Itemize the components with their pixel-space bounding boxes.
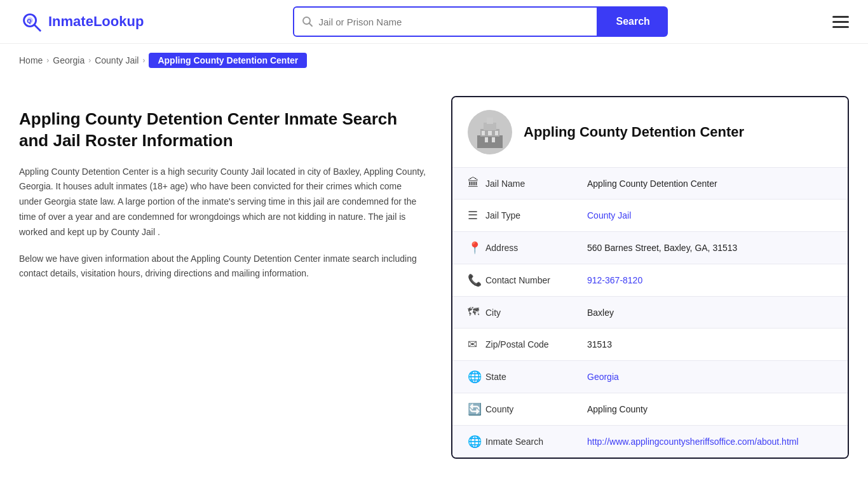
city-icon: 🗺 xyxy=(468,306,485,319)
card-title: Appling County Detention Center xyxy=(524,124,744,140)
svg-rect-10 xyxy=(487,118,493,124)
card-header: Appling County Detention Center xyxy=(452,97,848,168)
row-value: 560 Barnes Street, Baxley, GA, 31513 xyxy=(587,243,832,253)
main-content: Appling County Detention Center Inmate S… xyxy=(0,77,868,478)
row-value[interactable]: http://www.applingcountysheriffsoffice.c… xyxy=(587,437,832,447)
row-label: County xyxy=(485,404,587,414)
search-button[interactable]: Search xyxy=(598,6,667,37)
logo[interactable]: Q InmateLookup xyxy=(19,10,144,34)
logo-icon: Q xyxy=(19,10,43,34)
row-value[interactable]: 912-367-8120 xyxy=(587,275,832,285)
table-row: 🗺CityBaxley xyxy=(452,297,848,329)
svg-line-1 xyxy=(34,25,41,31)
table-row: ✉Zip/Postal Code31513 xyxy=(452,329,848,361)
menu-line-1 xyxy=(832,16,849,18)
svg-line-5 xyxy=(309,24,313,27)
row-label: Contact Number xyxy=(485,275,587,285)
inmate-icon: 🌐 xyxy=(468,435,485,449)
breadcrumb-county-jail[interactable]: County Jail xyxy=(95,55,139,65)
row-label: Zip/Postal Code xyxy=(485,339,587,349)
phone-icon: 📞 xyxy=(468,273,485,287)
row-value[interactable]: County Jail xyxy=(587,210,832,220)
info-rows: 🏛Jail NameAppling County Detention Cente… xyxy=(452,168,848,458)
logo-text: InmateLookup xyxy=(48,13,144,30)
row-link[interactable]: Georgia xyxy=(587,372,619,382)
row-value: 31513 xyxy=(587,339,832,349)
building-svg xyxy=(468,110,512,154)
search-wrapper xyxy=(293,6,598,37)
description-1: Appling County Detention Center is a hig… xyxy=(19,165,426,240)
breadcrumb: Home › Georgia › County Jail › Appling C… xyxy=(0,44,868,77)
info-card: Appling County Detention Center 🏛Jail Na… xyxy=(451,96,849,459)
svg-rect-14 xyxy=(485,137,488,142)
row-label: Inmate Search xyxy=(485,437,587,447)
type-icon: ☰ xyxy=(468,208,485,222)
breadcrumb-home[interactable]: Home xyxy=(19,55,43,65)
address-icon: 📍 xyxy=(468,241,485,255)
breadcrumb-sep-3: › xyxy=(142,56,145,65)
table-row: 🌐Inmate Searchhttp://www.applingcountysh… xyxy=(452,426,848,458)
search-input[interactable] xyxy=(318,17,589,27)
row-value[interactable]: Georgia xyxy=(587,372,832,382)
table-row: 📍Address560 Barnes Street, Baxley, GA, 3… xyxy=(452,232,848,264)
table-row: 🔄CountyAppling County xyxy=(452,393,848,426)
row-value: Baxley xyxy=(587,308,832,318)
breadcrumb-georgia[interactable]: Georgia xyxy=(53,55,85,65)
table-row: 🌐StateGeorgia xyxy=(452,361,848,393)
right-column: Appling County Detention Center 🏛Jail Na… xyxy=(451,96,849,459)
search-area: Search xyxy=(293,6,667,37)
left-column: Appling County Detention Center Inmate S… xyxy=(19,96,426,459)
row-label: Address xyxy=(485,243,587,253)
row-label: Jail Name xyxy=(485,179,587,189)
svg-rect-7 xyxy=(477,135,503,148)
svg-rect-13 xyxy=(495,131,498,135)
row-value: Appling County Detention Center xyxy=(587,179,832,189)
row-label: City xyxy=(485,308,587,318)
svg-rect-15 xyxy=(492,137,495,142)
breadcrumb-sep-2: › xyxy=(88,56,91,65)
svg-text:Q: Q xyxy=(27,17,31,24)
row-link[interactable]: County Jail xyxy=(587,210,631,220)
table-row: 🏛Jail NameAppling County Detention Cente… xyxy=(452,168,848,200)
state-icon: 🌐 xyxy=(468,370,485,384)
svg-rect-11 xyxy=(482,131,485,135)
row-label: State xyxy=(485,372,587,382)
facility-image xyxy=(468,110,512,154)
row-label: Jail Type xyxy=(485,210,587,220)
table-row: ☰Jail TypeCounty Jail xyxy=(452,200,848,232)
row-value: Appling County xyxy=(587,404,832,414)
menu-line-2 xyxy=(832,21,849,23)
search-icon xyxy=(302,16,313,27)
row-link[interactable]: http://www.applingcountysheriffsoffice.c… xyxy=(587,437,799,447)
header: Q InmateLookup Search xyxy=(0,0,868,44)
breadcrumb-current: Appling County Detention Center xyxy=(149,53,307,68)
row-link[interactable]: 912-367-8120 xyxy=(587,275,642,285)
county-icon: 🔄 xyxy=(468,402,485,416)
description-2: Below we have given information about th… xyxy=(19,252,426,282)
menu-line-3 xyxy=(832,26,849,28)
page-title: Appling County Detention Center Inmate S… xyxy=(19,109,426,152)
breadcrumb-sep-1: › xyxy=(46,56,49,65)
menu-button[interactable] xyxy=(832,16,849,28)
table-row: 📞Contact Number912-367-8120 xyxy=(452,264,848,297)
zip-icon: ✉ xyxy=(468,337,485,351)
svg-rect-12 xyxy=(488,131,492,135)
jail-icon: 🏛 xyxy=(468,177,485,190)
